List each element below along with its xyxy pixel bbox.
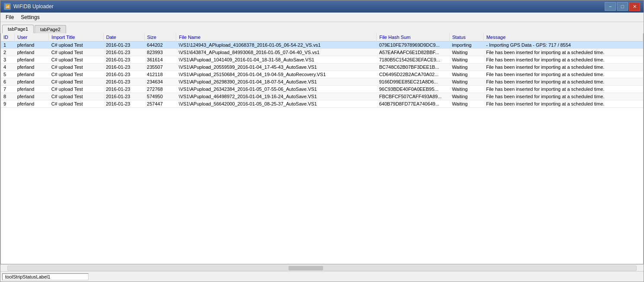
scrollbar-track[interactable] xyxy=(7,266,637,271)
title-bar-left: 📶 WiFiDB Uploader xyxy=(4,3,54,10)
cell-import_title: C# upload Test xyxy=(49,100,104,108)
menu-settings[interactable]: Settings xyxy=(17,13,43,21)
window-controls: − □ ✕ xyxy=(605,2,640,11)
maximize-button[interactable]: □ xyxy=(617,2,628,11)
cell-date: 2016-01-23 xyxy=(103,86,144,93)
cell-status: Waiting xyxy=(449,100,483,108)
cell-file_name: \VS1\APupload_46498972_2016-01-04_19-16-… xyxy=(176,93,377,100)
cell-file_name: \VS1\APupload_20559599_2016-01-04_17-45-… xyxy=(176,64,377,71)
col-header-date: Date xyxy=(103,33,144,42)
cell-user: pferland xyxy=(15,100,49,108)
cell-size: 412118 xyxy=(144,71,176,78)
table-row[interactable]: 1pferlandC# upload Test2016-01-23644202\… xyxy=(1,42,643,49)
cell-file_name: \VS1\124943_APlupload_41068378_2016-01-0… xyxy=(176,42,377,49)
cell-status: Waiting xyxy=(449,71,483,78)
col-header-message: Message xyxy=(483,33,643,42)
cell-user: pferland xyxy=(15,71,49,78)
cell-user: pferland xyxy=(15,86,49,93)
col-header-file-hash-sum: File Hash Sum xyxy=(377,33,450,42)
cell-id: 8 xyxy=(1,93,15,100)
cell-id: 7 xyxy=(1,86,15,93)
minimize-button[interactable]: − xyxy=(605,2,616,11)
menu-file[interactable]: File xyxy=(2,13,17,21)
tabs-bar: tabPage1 tabPage2 xyxy=(0,22,644,33)
cell-size: 823993 xyxy=(144,49,176,56)
cell-id: 3 xyxy=(1,56,15,64)
cell-size: 574950 xyxy=(144,93,176,100)
cell-message: File has been inserted for importing at … xyxy=(483,64,643,71)
cell-message: File has been inserted for importing at … xyxy=(483,78,643,86)
cell-file_name: \VS1\APupload_1041409_2016-01-04_18-31-5… xyxy=(176,56,377,64)
cell-message: File has been inserted for importing at … xyxy=(483,49,643,56)
cell-size: 235507 xyxy=(144,64,176,71)
cell-date: 2016-01-23 xyxy=(103,71,144,78)
cell-message: File has been inserted for importing at … xyxy=(483,100,643,108)
cell-import_title: C# upload Test xyxy=(49,78,104,86)
cell-file_name: \VS1\APupload_56642000_2016-01-05_08-25-… xyxy=(176,100,377,108)
cell-import_title: C# upload Test xyxy=(49,71,104,78)
tab-page1[interactable]: tabPage1 xyxy=(2,25,34,33)
status-label: toolStripStatusLabel1 xyxy=(2,273,89,280)
horizontal-scrollbar[interactable] xyxy=(0,264,644,271)
cell-file_hash_sum: CD6495D22B2ACA70A02... xyxy=(377,71,450,78)
cell-status: Waiting xyxy=(449,49,483,56)
cell-import_title: C# upload Test xyxy=(49,64,104,71)
table-row[interactable]: 7pferlandC# upload Test2016-01-23272768\… xyxy=(1,86,643,93)
cell-file_hash_sum: 640B79D8FD77EA740649... xyxy=(377,100,450,108)
table-row[interactable]: 3pferlandC# upload Test2016-01-23361614\… xyxy=(1,56,643,64)
cell-id: 2 xyxy=(1,49,15,56)
close-button[interactable]: ✕ xyxy=(629,2,640,11)
cell-id: 1 xyxy=(1,42,15,49)
cell-import_title: C# upload Test xyxy=(49,93,104,100)
cell-file_hash_sum: A57EAFAAFC6E1D82BBF... xyxy=(377,49,450,56)
content-area: ID User Import Title Date Size File Name… xyxy=(0,33,644,264)
cell-file_name: \VS1\APupload_26298390_2016-01-04_18-07-… xyxy=(176,78,377,86)
title-bar: 📶 WiFiDB Uploader − □ ✕ xyxy=(0,0,644,13)
cell-message: File has been inserted for importing at … xyxy=(483,93,643,100)
col-header-import-title: Import Title xyxy=(49,33,104,42)
cell-size: 234634 xyxy=(144,78,176,86)
cell-message: File has been inserted for importing at … xyxy=(483,56,643,64)
cell-status: Waiting xyxy=(449,78,483,86)
col-header-file-name: File Name xyxy=(176,33,377,42)
table-row[interactable]: 5pferlandC# upload Test2016-01-23412118\… xyxy=(1,71,643,78)
col-header-user: User xyxy=(15,33,49,42)
cell-status: Waiting xyxy=(449,93,483,100)
cell-status: Waiting xyxy=(449,86,483,93)
cell-date: 2016-01-23 xyxy=(103,42,144,49)
table-row[interactable]: 2pferlandC# upload Test2016-01-23823993\… xyxy=(1,49,643,56)
tab-page2[interactable]: tabPage2 xyxy=(35,25,66,33)
data-table: ID User Import Title Date Size File Name… xyxy=(1,33,643,108)
cell-file_hash_sum: BC748C62B07BF3DEE1B... xyxy=(377,64,450,71)
cell-file_hash_sum: 9166D99EE85EC21A8D6... xyxy=(377,78,450,86)
window-title: WiFiDB Uploader xyxy=(13,3,54,10)
cell-file_hash_sum: 079E10FE7978969D9DC9... xyxy=(377,42,450,49)
cell-message: File has been inserted for importing at … xyxy=(483,86,643,93)
status-bar: toolStripStatusLabel1 xyxy=(0,271,644,282)
cell-size: 644202 xyxy=(144,42,176,49)
cell-status: importing xyxy=(449,42,483,49)
table-row[interactable]: 6pferlandC# upload Test2016-01-23234634\… xyxy=(1,78,643,86)
main-window: 📶 WiFiDB Uploader − □ ✕ File Settings ta… xyxy=(0,0,644,282)
cell-size: 257447 xyxy=(144,100,176,108)
cell-date: 2016-01-23 xyxy=(103,56,144,64)
menu-bar: File Settings xyxy=(0,13,644,22)
cell-message: - Importing GPS Data - GPS: 717 / 8554 xyxy=(483,42,643,49)
col-header-id: ID xyxy=(1,33,15,42)
cell-user: pferland xyxy=(15,42,49,49)
table-header-row: ID User Import Title Date Size File Name… xyxy=(1,33,643,42)
scrollbar-thumb[interactable] xyxy=(289,266,323,270)
cell-import_title: C# upload Test xyxy=(49,42,104,49)
table-container[interactable]: ID User Import Title Date Size File Name… xyxy=(1,33,643,264)
cell-size: 272768 xyxy=(144,86,176,93)
cell-user: pferland xyxy=(15,56,49,64)
table-row[interactable]: 9pferlandC# upload Test2016-01-23257447\… xyxy=(1,100,643,108)
table-body: 1pferlandC# upload Test2016-01-23644202\… xyxy=(1,42,643,108)
table-row[interactable]: 8pferlandC# upload Test2016-01-23574950\… xyxy=(1,93,643,100)
cell-id: 9 xyxy=(1,100,15,108)
cell-file_hash_sum: 7180B5C15426E3EFACE9... xyxy=(377,56,450,64)
cell-user: pferland xyxy=(15,93,49,100)
table-row[interactable]: 4pferlandC# upload Test2016-01-23235507\… xyxy=(1,64,643,71)
cell-status: Waiting xyxy=(449,56,483,64)
cell-file_hash_sum: 96C93BDE40F0A0EEB95... xyxy=(377,86,450,93)
